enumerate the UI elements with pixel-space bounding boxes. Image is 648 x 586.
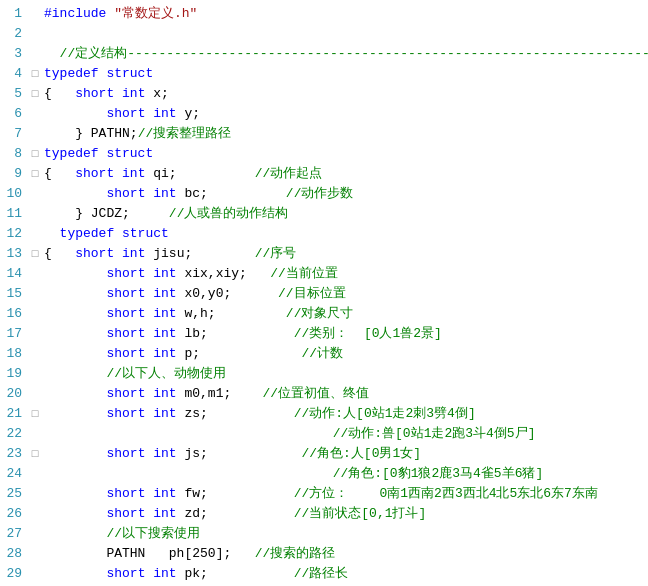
fold-icon[interactable]: □	[28, 64, 42, 84]
code-line: 18 short int p; //计数	[0, 344, 648, 364]
line-number: 9	[0, 164, 28, 184]
fold-icon	[28, 44, 42, 64]
line-content: short int p; //计数	[42, 344, 648, 364]
code-line: 15 short int x0,y0; //目标位置	[0, 284, 648, 304]
fold-icon	[28, 284, 42, 304]
line-content: short int m0,m1; //位置初值、终值	[42, 384, 648, 404]
code-line: 28 PATHN ph[250]; //搜索的路径	[0, 544, 648, 564]
line-number: 3	[0, 44, 28, 64]
code-line: 27 //以下搜索使用	[0, 524, 648, 544]
line-number: 14	[0, 264, 28, 284]
line-content: { short int x;	[42, 84, 648, 104]
code-line: 21□ short int zs; //动作:人[0站1走2刺3劈4倒]	[0, 404, 648, 424]
line-content	[42, 24, 648, 44]
line-number: 17	[0, 324, 28, 344]
fold-icon	[28, 184, 42, 204]
code-line: 4□typedef struct	[0, 64, 648, 84]
line-content: short int fw; //方位： 0南1西南2西3西北4北5东北6东7东南	[42, 484, 648, 504]
fold-icon	[28, 564, 42, 584]
line-content: short int zd; //当前状态[0,1打斗]	[42, 504, 648, 524]
fold-icon[interactable]: □	[28, 244, 42, 264]
line-number: 15	[0, 284, 28, 304]
fold-icon[interactable]: □	[28, 404, 42, 424]
code-line: 16 short int w,h; //对象尺寸	[0, 304, 648, 324]
code-line: 20 short int m0,m1; //位置初值、终值	[0, 384, 648, 404]
line-content: typedef struct	[42, 144, 648, 164]
line-number: 6	[0, 104, 28, 124]
fold-icon	[28, 104, 42, 124]
line-content: short int lb; //类别： [0人1兽2景]	[42, 324, 648, 344]
line-content: short int xix,xiy; //当前位置	[42, 264, 648, 284]
code-line: 2	[0, 24, 648, 44]
line-number: 19	[0, 364, 28, 384]
line-content: //定义结构----------------------------------…	[42, 44, 648, 64]
line-number: 7	[0, 124, 28, 144]
fold-icon[interactable]: □	[28, 164, 42, 184]
line-content: short int y;	[42, 104, 648, 124]
line-number: 11	[0, 204, 28, 224]
line-content: short int js; //角色:人[0男1女]	[42, 444, 648, 464]
line-number: 12	[0, 224, 28, 244]
fold-icon	[28, 504, 42, 524]
fold-icon[interactable]: □	[28, 144, 42, 164]
line-number: 27	[0, 524, 28, 544]
fold-icon	[28, 524, 42, 544]
fold-icon	[28, 4, 42, 24]
code-line: 9□{ short int qi; //动作起点	[0, 164, 648, 184]
line-number: 24	[0, 464, 28, 484]
line-number: 22	[0, 424, 28, 444]
code-line: 10 short int bc; //动作步数	[0, 184, 648, 204]
line-content: { short int qi; //动作起点	[42, 164, 648, 184]
line-number: 8	[0, 144, 28, 164]
code-line: 1 #include "常数定义.h"	[0, 4, 648, 24]
line-content: short int zs; //动作:人[0站1走2刺3劈4倒]	[42, 404, 648, 424]
line-content: #include "常数定义.h"	[42, 4, 648, 24]
line-number: 25	[0, 484, 28, 504]
line-number: 18	[0, 344, 28, 364]
fold-icon	[28, 204, 42, 224]
line-content: } PATHN;//搜索整理路径	[42, 124, 648, 144]
fold-icon	[28, 344, 42, 364]
fold-icon	[28, 464, 42, 484]
fold-icon	[28, 424, 42, 444]
code-line: 17 short int lb; //类别： [0人1兽2景]	[0, 324, 648, 344]
line-content: PATHN ph[250]; //搜索的路径	[42, 544, 648, 564]
line-number: 2	[0, 24, 28, 44]
code-line: 19 //以下人、动物使用	[0, 364, 648, 384]
code-line: 8□typedef struct	[0, 144, 648, 164]
line-number: 23	[0, 444, 28, 464]
line-number: 26	[0, 504, 28, 524]
code-line: 23□ short int js; //角色:人[0男1女]	[0, 444, 648, 464]
fold-icon	[28, 224, 42, 244]
line-content: //动作:兽[0站1走2跑3斗4倒5尸]	[42, 424, 648, 444]
line-content: } JCDZ; //人或兽的动作结构	[42, 204, 648, 224]
code-line: 22 //动作:兽[0站1走2跑3斗4倒5尸]	[0, 424, 648, 444]
fold-icon	[28, 304, 42, 324]
line-content: short int bc; //动作步数	[42, 184, 648, 204]
fold-icon	[28, 324, 42, 344]
line-content: { short int jisu; //序号	[42, 244, 648, 264]
line-number: 4	[0, 64, 28, 84]
code-line: 14 short int xix,xiy; //当前位置	[0, 264, 648, 284]
code-line: 24 //角色:[0豹1狼2鹿3马4雀5羊6猪]	[0, 464, 648, 484]
code-line: 11 } JCDZ; //人或兽的动作结构	[0, 204, 648, 224]
line-content: //以下人、动物使用	[42, 364, 648, 384]
line-content: typedef struct	[42, 224, 648, 244]
fold-icon	[28, 384, 42, 404]
fold-icon[interactable]: □	[28, 84, 42, 104]
line-content: short int x0,y0; //目标位置	[42, 284, 648, 304]
line-number: 1	[0, 4, 28, 24]
line-number: 28	[0, 544, 28, 564]
code-editor: 1 #include "常数定义.h"2 3 //定义结构-----------…	[0, 0, 648, 586]
line-number: 5	[0, 84, 28, 104]
fold-icon	[28, 484, 42, 504]
code-line: 6 short int y;	[0, 104, 648, 124]
code-line: 25 short int fw; //方位： 0南1西南2西3西北4北5东北6东…	[0, 484, 648, 504]
code-line: 29 short int pk; //路径长	[0, 564, 648, 584]
line-number: 21	[0, 404, 28, 424]
fold-icon[interactable]: □	[28, 444, 42, 464]
line-number: 20	[0, 384, 28, 404]
code-line: 12 typedef struct	[0, 224, 648, 244]
line-content: short int pk; //路径长	[42, 564, 648, 584]
code-line: 26 short int zd; //当前状态[0,1打斗]	[0, 504, 648, 524]
